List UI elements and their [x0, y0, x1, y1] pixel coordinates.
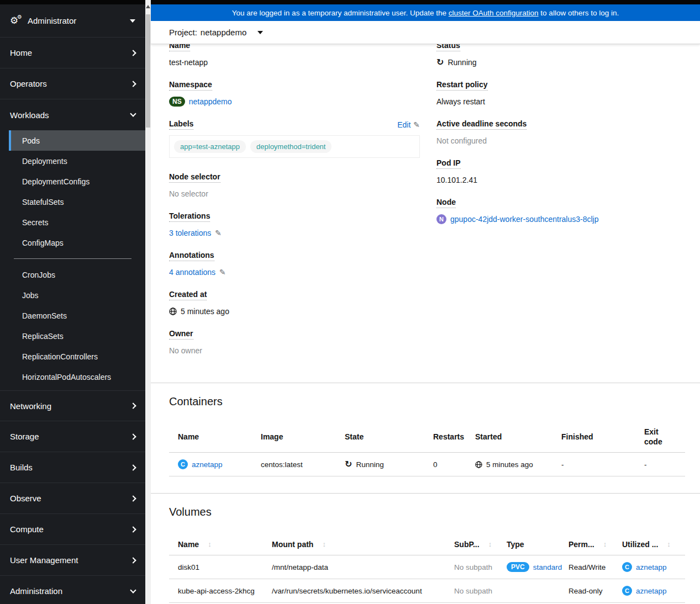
col-header-started: Started	[466, 426, 552, 447]
subnav-item-statefulsets[interactable]: StatefulSets	[0, 192, 145, 212]
volume-permissions: Read-only	[560, 580, 613, 602]
col-header-label: Name	[178, 539, 199, 549]
project-selector[interactable]: Project: netappdemo	[169, 28, 263, 37]
login-notice-banner: You are logged in as a temporary adminis…	[151, 4, 700, 21]
pencil-icon[interactable]: ✎	[413, 120, 420, 129]
sort-icon[interactable]: ↕	[322, 539, 326, 549]
chevron-right-icon	[130, 433, 136, 439]
col-header-subpath[interactable]: SubP... ↕	[445, 534, 498, 555]
sidebar-item-administration[interactable]: Administration	[0, 576, 145, 604]
sidebar-item-workloads[interactable]: Workloads	[0, 99, 145, 130]
field-owner: Owner No owner	[169, 329, 420, 356]
annotations-link[interactable]: 4 annotations	[169, 267, 215, 278]
labels-edit-link[interactable]: Edit	[397, 120, 410, 129]
subnav-item-pods[interactable]: Pods	[9, 130, 145, 151]
volume-subpath: No subpath	[445, 580, 498, 602]
owner-value: No owner	[169, 345, 420, 356]
chevron-down-icon	[130, 110, 136, 116]
col-header-exit-code: Exit code	[635, 421, 685, 452]
scrollbar-up-arrow[interactable]	[146, 5, 150, 8]
container-badge: C	[622, 586, 632, 596]
pencil-icon[interactable]: ✎	[219, 267, 226, 278]
perspective-switcher[interactable]: ⚙ ⚙ Administrator	[0, 4, 145, 38]
field-name: Name test-netapp	[169, 44, 420, 68]
vertical-scrollbar[interactable]	[145, 0, 151, 604]
caret-down-icon	[130, 19, 135, 23]
name-label: Name	[169, 44, 190, 51]
sidebar-item-operators[interactable]: Operators	[0, 68, 145, 99]
project-label: Project:	[169, 28, 197, 37]
owner-label: Owner	[169, 329, 193, 340]
col-header-mount-path[interactable]: Mount path ↕	[263, 534, 445, 555]
col-header-label: Perm...	[569, 539, 594, 549]
col-header-utilized-by[interactable]: Utilized ... ↕	[613, 534, 685, 555]
field-active-deadline: Active deadline seconds Not configured	[436, 119, 685, 146]
sidebar-item-builds[interactable]: Builds	[0, 452, 145, 483]
sidebar-item-observe[interactable]: Observe	[0, 483, 145, 514]
node-label: Node	[436, 198, 456, 208]
col-header-volume-name[interactable]: Name ↕	[169, 534, 263, 555]
utilized-by-link[interactable]: aznetapp	[636, 563, 667, 571]
subnav-item-replicationcontrollers[interactable]: ReplicationControllers	[0, 346, 145, 367]
container-restarts: 0	[424, 454, 466, 475]
sidebar-item-compute[interactable]: Compute	[0, 514, 145, 545]
subnav-item-deployments[interactable]: Deployments	[0, 151, 145, 171]
subnav-item-deploymentconfigs[interactable]: DeploymentConfigs	[0, 171, 145, 192]
col-header-permissions[interactable]: Perm... ↕	[560, 534, 613, 555]
sidebar-item-storage[interactable]: Storage	[0, 421, 145, 452]
subnav-item-secrets[interactable]: Secrets	[0, 212, 145, 232]
field-annotations: Annotations 4 annotations ✎	[169, 251, 420, 278]
subnav-label: Deployments	[22, 157, 67, 166]
active-deadline-label: Active deadline seconds	[436, 119, 527, 130]
utilized-by-link[interactable]: aznetapp	[636, 587, 667, 595]
cluster-oauth-configuration-link[interactable]: cluster OAuth configuration	[449, 9, 539, 17]
subnav-item-cronjobs[interactable]: CronJobs	[0, 264, 145, 285]
sidebar-item-home[interactable]: Home	[0, 38, 145, 68]
volumes-title: Volumes	[169, 506, 685, 518]
tolerations-link[interactable]: 3 tolerations	[169, 227, 211, 239]
container-badge: C	[622, 562, 632, 572]
subnav-item-configmaps[interactable]: ConfigMaps	[0, 232, 145, 253]
containers-table-header: Name Image State Restarts Started Finish…	[169, 421, 685, 453]
volume-row: kube-api-access-2khcg /var/run/secrets/k…	[169, 579, 685, 603]
volume-name: kube-api-access-2khcg	[169, 580, 263, 602]
name-value: test-netapp	[169, 57, 420, 68]
container-row: C aznetapp centos:latest ↻ Running 0	[169, 453, 685, 476]
sidebar-item-label: Administration	[10, 586, 62, 596]
sort-icon[interactable]: ↕	[208, 539, 212, 549]
container-link[interactable]: aznetapp	[192, 460, 223, 469]
project-bar: Project: netappdemo	[151, 21, 700, 44]
container-exit-code: -	[635, 454, 685, 475]
subnav-item-horizontalpodautoscalers[interactable]: HorizontalPodAutoscalers	[0, 367, 145, 387]
sort-icon[interactable]: ↕	[667, 539, 671, 549]
pencil-icon[interactable]: ✎	[215, 227, 222, 239]
sort-icon[interactable]: ↕	[603, 539, 607, 549]
field-node-selector: Node selector No selector	[169, 172, 420, 199]
subnav-item-jobs[interactable]: Jobs	[0, 285, 145, 305]
pvc-badge: PVC	[507, 562, 529, 572]
sort-icon[interactable]: ↕	[488, 539, 492, 549]
node-link[interactable]: gpupoc-42jdd-worker-southcentralus3-8clj…	[450, 214, 598, 225]
field-created-at: Created at 5 minutes ago	[169, 290, 420, 317]
chevron-right-icon	[130, 495, 136, 501]
chevron-down-icon	[130, 587, 136, 593]
details-right-column: Status ↻ Running Restart policy Always r…	[436, 44, 685, 368]
globe-icon	[169, 308, 177, 315]
field-tolerations: Tolerations 3 tolerations ✎	[169, 211, 420, 239]
col-header-label: Utilized ...	[622, 539, 658, 549]
subnav-item-daemonsets[interactable]: DaemonSets	[0, 305, 145, 326]
sidebar-item-user-management[interactable]: User Management	[0, 545, 145, 576]
container-started: 5 minutes ago	[486, 460, 533, 469]
subnav-divider	[14, 258, 131, 259]
sidebar-item-networking[interactable]: Networking	[0, 390, 145, 421]
label-tag[interactable]: app=test-aznetapp	[174, 140, 246, 153]
scrollbar-thumb[interactable]	[146, 14, 150, 128]
label-tag[interactable]: deploymethod=trident	[250, 140, 331, 153]
namespace-label: Namespace	[169, 80, 212, 91]
volumes-table-header: Name ↕ Mount path ↕ SubP... ↕ Type	[169, 534, 685, 555]
status-value: Running	[448, 57, 476, 68]
tolerations-label: Tolerations	[169, 211, 210, 222]
pvc-link[interactable]: standard	[533, 563, 562, 571]
namespace-link[interactable]: netappdemo	[189, 96, 232, 107]
subnav-item-replicasets[interactable]: ReplicaSets	[0, 326, 145, 346]
